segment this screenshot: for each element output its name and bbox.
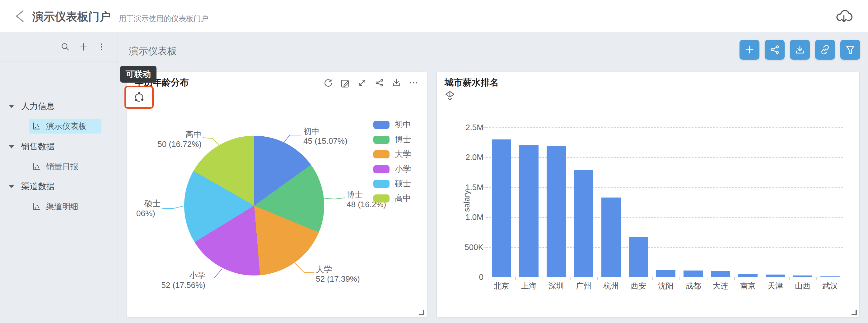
sidebar-group-channel-data[interactable]: 渠道数据 (0, 179, 118, 194)
linkage-button[interactable] (132, 91, 146, 104)
legend-label: 初中 (395, 119, 411, 130)
gridline (486, 157, 843, 158)
legend-item[interactable]: 小学 (373, 164, 411, 175)
x-tick-mark (488, 277, 489, 280)
bar-北京[interactable] (492, 139, 511, 277)
legend-item[interactable]: 初中 (373, 119, 411, 130)
bar-大连[interactable] (711, 271, 730, 277)
link-button[interactable] (815, 40, 835, 60)
cloud-download-button[interactable] (834, 7, 853, 26)
edit-button[interactable] (340, 78, 350, 88)
item-label: 演示仪表板 (46, 121, 87, 132)
sidebar-group-hr-info[interactable]: 人力信息 (0, 99, 118, 114)
ellipsis-icon (408, 78, 419, 88)
legend-label: 大学 (395, 149, 411, 159)
sidebar-item-sales-daily[interactable]: 销量日报 (29, 159, 101, 174)
group-label: 人力信息 (21, 101, 55, 112)
y-tick: 1.5M (446, 183, 484, 192)
caret-down-icon[interactable] (9, 145, 14, 148)
x-category-label: 大连 (713, 281, 728, 291)
legend-label: 高中 (395, 193, 411, 204)
y-tick-mark (483, 217, 486, 217)
caret-down-icon[interactable] (9, 185, 14, 188)
add-button[interactable] (79, 42, 88, 52)
edit-icon (340, 78, 350, 88)
filter-icon (845, 44, 856, 55)
bar-天津[interactable] (766, 275, 785, 277)
x-category-label: 成都 (685, 281, 701, 291)
legend-swatch[interactable] (373, 121, 390, 129)
linkage-icon (132, 91, 146, 104)
caret-down-icon[interactable] (9, 105, 14, 108)
sidebar: 人力信息 演示仪表板 销售数据 销量日报 渠 (0, 32, 118, 323)
legend-swatch[interactable] (373, 180, 390, 188)
download-icon (392, 78, 402, 88)
x-tick-mark (570, 277, 570, 280)
legend-swatch[interactable] (373, 136, 390, 144)
dashboard-title: 演示仪表板 (129, 45, 177, 58)
fullscreen-button[interactable] (357, 78, 367, 88)
share-button[interactable] (765, 40, 785, 60)
more-menu-button[interactable] (96, 42, 106, 52)
pie-label: 初中45 (15.07%) (303, 127, 347, 146)
bar-武汉[interactable] (820, 277, 840, 277)
more-button[interactable] (408, 78, 419, 88)
x-tick-mark (542, 277, 543, 280)
linkage-highlight-box (124, 86, 154, 109)
share-button[interactable] (374, 78, 384, 88)
y-tick: 2.0M (446, 152, 484, 162)
bar-上海[interactable] (519, 145, 538, 277)
bar-杭州[interactable] (601, 198, 621, 277)
sidebar-group-sales-data[interactable]: 销售数据 (0, 139, 118, 154)
back-button[interactable] (14, 9, 26, 23)
chart-card-actions (323, 78, 419, 88)
bar-深圳[interactable] (547, 146, 566, 277)
share-icon (374, 78, 384, 88)
bar-plot-area: 北京上海深圳广州杭州西安沈阳成都大连南京天津山西武汉 (486, 127, 843, 277)
sidebar-toolbar (0, 32, 118, 62)
x-tick-mark (597, 277, 598, 280)
plus-icon (79, 42, 88, 52)
search-button[interactable] (60, 42, 70, 52)
legend-swatch[interactable] (373, 165, 390, 173)
sidebar-item-demo-dashboard[interactable]: 演示仪表板 (29, 119, 101, 134)
group-label: 渠道数据 (21, 181, 55, 192)
bar-沈阳[interactable] (656, 270, 675, 277)
refresh-button[interactable] (323, 78, 333, 88)
gridline (486, 247, 843, 248)
bar-广州[interactable] (574, 170, 593, 277)
filter-button[interactable] (840, 40, 860, 60)
pie-label: 小学52 (17.56%) (161, 271, 205, 290)
legend-swatch[interactable] (373, 150, 390, 158)
resize-handle[interactable] (851, 310, 857, 315)
bar-南京[interactable] (738, 274, 757, 277)
legend-item[interactable]: 硕士 (373, 178, 411, 189)
app-root: 演示仪表板门户 用于演示使用的仪表板门户 (0, 0, 868, 323)
bar-西安[interactable] (629, 237, 648, 277)
gridline (486, 217, 843, 218)
chart-icon (32, 202, 41, 211)
pie-chart[interactable] (184, 136, 324, 276)
cloud-download-icon (834, 7, 853, 26)
x-category-label: 深圳 (549, 281, 564, 291)
export-button[interactable] (790, 40, 810, 60)
bar-成都[interactable] (683, 271, 703, 277)
x-category-label: 武汉 (822, 281, 838, 291)
x-category-label: 天津 (768, 281, 783, 291)
sidebar-item-channel-detail[interactable]: 渠道明细 (29, 199, 101, 214)
resize-handle[interactable] (419, 310, 424, 315)
bar-山西[interactable] (793, 276, 812, 277)
item-label: 销量日报 (46, 161, 79, 172)
export-button[interactable] (392, 78, 402, 88)
x-tick-mark (816, 277, 817, 280)
legend-item[interactable]: 高中 (373, 193, 411, 204)
kebab-icon (96, 42, 106, 52)
legend-item[interactable]: 大学 (373, 149, 411, 159)
pie-label: 大学52 (17.39%) (316, 264, 360, 284)
add-filter-component-button[interactable] (740, 40, 760, 60)
y-tick-mark (483, 187, 486, 188)
drill-button[interactable] (444, 90, 456, 101)
legend-item[interactable]: 博士 (373, 134, 411, 145)
group-label: 销售数据 (21, 141, 55, 152)
legend-swatch[interactable] (373, 194, 390, 203)
